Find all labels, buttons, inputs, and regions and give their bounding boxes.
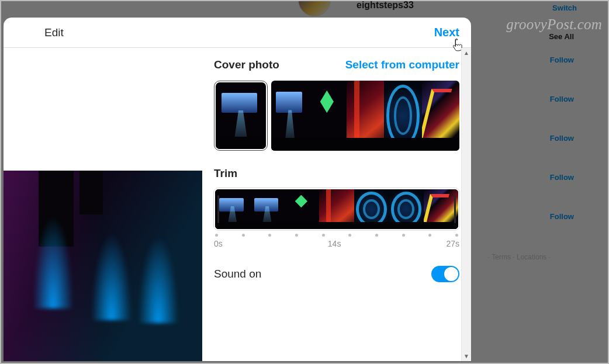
sound-toggle[interactable] — [431, 266, 459, 282]
modal-header: Edit Next — [4, 18, 471, 48]
cover-frame-selected[interactable] — [214, 81, 268, 151]
sound-on-label: Sound on — [214, 268, 261, 280]
watermark: groovyPost.com — [506, 16, 602, 33]
edit-controls-pane: Cover photo Select from computer Trim — [202, 48, 471, 361]
trim-time-start: 0s — [214, 239, 223, 248]
trim-time-end: 27s — [446, 239, 459, 248]
next-button[interactable]: Next — [434, 26, 459, 39]
scroll-up-icon[interactable]: ▲ — [462, 48, 471, 58]
cover-frame[interactable] — [384, 81, 421, 151]
trim-time-mid: 14s — [328, 239, 341, 248]
cover-frame[interactable] — [422, 81, 459, 151]
video-preview-pane — [4, 48, 202, 361]
select-from-computer-link[interactable]: Select from computer — [345, 58, 459, 71]
cover-frame-strip[interactable] — [214, 81, 459, 151]
trim-strip[interactable] — [214, 188, 459, 230]
scroll-down-icon[interactable]: ▼ — [462, 351, 471, 361]
cover-frame[interactable] — [347, 81, 384, 151]
video-preview[interactable] — [4, 171, 202, 361]
cover-photo-heading: Cover photo — [214, 58, 279, 71]
trim-heading: Trim — [214, 167, 459, 180]
cover-frame[interactable] — [309, 81, 346, 151]
trim-handle-start[interactable] — [217, 195, 219, 223]
scrollbar[interactable]: ▲ ▼ — [461, 48, 471, 361]
cover-frame[interactable] — [271, 81, 309, 151]
modal-title: Edit — [44, 26, 64, 39]
edit-post-modal: Edit Next Cover photo Select from comput… — [4, 18, 471, 361]
trim-handle-end[interactable] — [454, 195, 456, 223]
